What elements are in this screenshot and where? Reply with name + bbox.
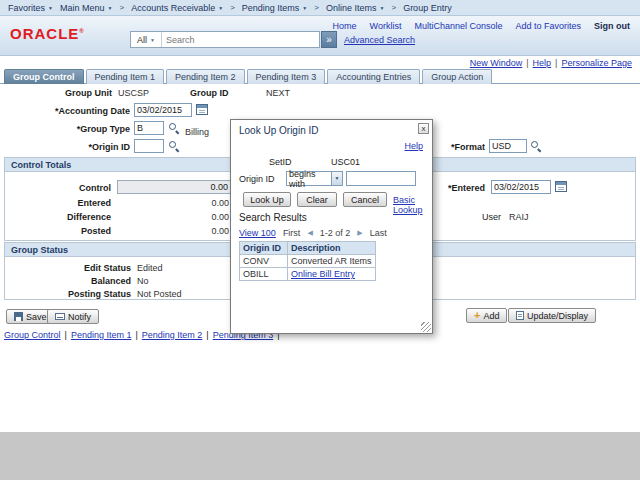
origin-id-input[interactable] [134,139,164,153]
help-link[interactable]: Help [533,58,552,68]
result-origin-id[interactable]: OBILL [240,268,288,281]
setid-value: USC01 [331,157,360,167]
entered-date-input[interactable] [491,180,551,194]
origin-id-label: *Origin ID [30,142,130,152]
edit-status-value: Edited [137,263,163,273]
notify-button[interactable]: Notify [47,309,99,324]
breadcrumb-main-menu[interactable]: Main Menu ▼ [60,3,112,13]
posted-value: 0.00 [117,226,229,236]
calendar-icon[interactable] [196,104,208,115]
origin-id-lookup-icon[interactable] [168,140,179,151]
dialog-resize-handle[interactable] [421,322,431,332]
footer-link-pending-item-1[interactable]: Pending Item 1 [71,330,132,340]
breadcrumb-separator-icon: > [119,3,124,12]
tab-accounting-entries[interactable]: Accounting Entries [327,69,420,84]
dropdown-arrow-icon: ▼ [108,5,113,11]
page-action-links: New Window | Help | Personalize Page [470,58,632,68]
result-origin-id[interactable]: CONV [240,255,288,268]
control-label: Control [5,183,111,193]
result-description-link[interactable]: Online Bill Entry [291,269,355,279]
dropdown-arrow-icon: ▼ [380,5,385,11]
tab-pending-item-2[interactable]: Pending Item 2 [166,69,245,84]
first-label[interactable]: First [283,228,301,238]
clear-label: Clear [306,195,328,205]
origin-operator-select[interactable]: begins with ▼ [286,171,343,186]
search-scope-dropdown[interactable]: All ▼ [131,32,162,47]
worklist-link[interactable]: Worklist [370,21,402,31]
result-description[interactable]: Converted AR Items [288,255,376,268]
personalize-page-link[interactable]: Personalize Page [561,58,632,68]
home-link[interactable]: Home [333,21,357,31]
group-entry-page: Favorites ▼ Main Menu ▼ > Accounts Recei… [0,0,640,480]
look-up-button[interactable]: Look Up [243,192,291,207]
cancel-label: Cancel [351,195,379,205]
accounting-date-label: *Accounting Date [30,106,130,116]
breadcrumb-separator-icon: > [391,3,396,12]
app-header: ORACLE® All ▼ » Advanced Search Home Wor… [0,16,640,56]
group-type-lookup-icon[interactable] [168,122,179,133]
update-display-icon [516,311,524,320]
separator: | [65,330,67,340]
format-input[interactable] [489,139,527,153]
group-type-description: Billing [185,127,209,137]
last-label[interactable]: Last [370,228,387,238]
group-unit-value: USCSP [118,88,149,98]
breadcrumb-pending-items[interactable]: Pending Items ▼ [242,3,308,13]
accounting-date-input[interactable] [134,103,192,117]
dropdown-arrow-icon: ▼ [302,5,307,11]
entered-value: 0.00 [117,198,229,208]
search-results-title: Search Results [239,212,307,223]
search-go-button[interactable]: » [321,31,337,48]
page-range: 1-2 of 2 [320,228,351,238]
advanced-search-link[interactable]: Advanced Search [344,35,415,45]
add-button[interactable]: + Add [466,308,507,323]
dropdown-arrow-icon: ▼ [218,5,223,11]
search-input[interactable] [162,35,319,45]
basic-lookup-link[interactable]: Basic Lookup [393,195,432,215]
origin-id-search-input[interactable] [346,171,416,186]
content-area: Favorites ▼ Main Menu ▼ > Accounts Recei… [0,0,640,432]
tab-group-control[interactable]: Group Control [4,69,84,84]
footer-link-pending-item-2[interactable]: Pending Item 2 [142,330,203,340]
breadcrumb-online-items[interactable]: Online Items ▼ [326,3,384,13]
breadcrumb-separator-icon: > [314,3,319,12]
difference-label: Difference [5,212,111,222]
update-display-button[interactable]: Update/Display [508,308,596,323]
group-type-input[interactable] [134,121,164,135]
save-icon [14,312,23,321]
breadcrumb-favorites[interactable]: Favorites ▼ [8,3,53,13]
breadcrumb-label: Pending Items [242,3,300,13]
look-up-label: Look Up [250,195,284,205]
tab-group-action[interactable]: Group Action [422,69,492,84]
format-lookup-icon[interactable] [530,140,541,151]
tab-pending-item-3[interactable]: Pending Item 3 [247,69,326,84]
multichannel-console-link[interactable]: MultiChannel Console [414,21,502,31]
footer-link-group-control[interactable]: Group Control [4,330,61,340]
close-icon[interactable]: x [418,123,429,134]
calendar-icon[interactable] [555,181,567,192]
dialog-help-link[interactable]: Help [404,141,423,151]
breadcrumb-label: Online Items [326,3,377,13]
sign-out-link[interactable]: Sign out [594,21,630,31]
new-window-link[interactable]: New Window [470,58,523,68]
add-to-favorites-link[interactable]: Add to Favorites [515,21,581,31]
column-header-origin-id[interactable]: Origin ID [240,242,288,255]
control-amount-input[interactable] [117,180,231,194]
lookup-origin-id-dialog: Look Up Origin ID x Help SetID USC01 Ori… [230,119,433,334]
clear-button[interactable]: Clear [297,192,337,207]
column-header-description[interactable]: Description [288,242,376,255]
cancel-button[interactable]: Cancel [343,192,387,207]
posting-status-label: Posting Status [5,289,131,299]
result-description[interactable]: Online Bill Entry [288,268,376,281]
difference-value: 0.00 [117,212,229,222]
tab-pending-item-1[interactable]: Pending Item 1 [86,69,165,84]
breadcrumb-label: Main Menu [60,3,105,13]
first-page-icon[interactable]: ◀ [307,229,312,237]
breadcrumb-accounts-receivable[interactable]: Accounts Receivable ▼ [131,3,223,13]
breadcrumb-group-entry[interactable]: Group Entry [403,3,452,13]
posting-status-value: Not Posted [137,289,182,299]
update-display-label: Update/Display [527,311,588,321]
view-100-link[interactable]: View 100 [239,228,276,238]
user-label: User [429,212,501,222]
last-page-icon[interactable]: ▶ [357,229,362,237]
